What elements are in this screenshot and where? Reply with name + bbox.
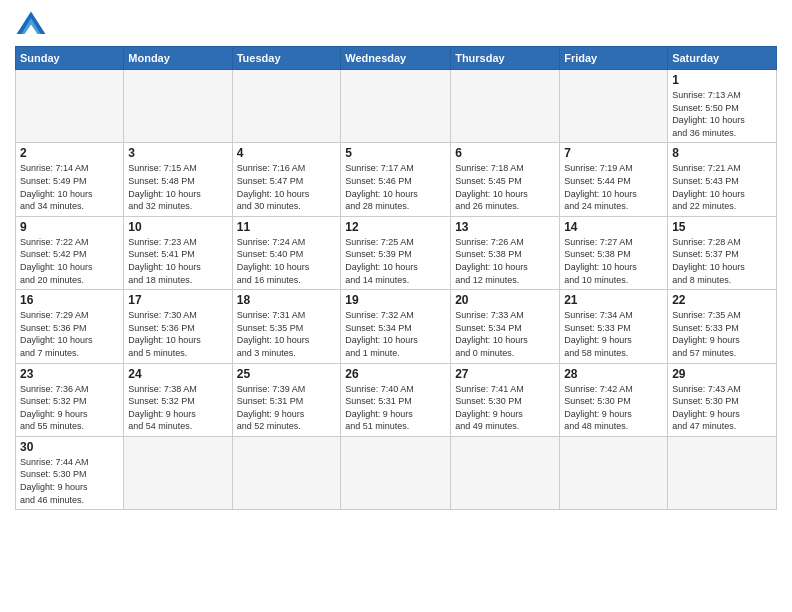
calendar-day-cell: [16, 70, 124, 143]
day-number: 18: [237, 293, 337, 307]
calendar-day-cell: 21Sunrise: 7:34 AMSunset: 5:33 PMDayligh…: [560, 290, 668, 363]
day-number: 12: [345, 220, 446, 234]
logo: [15, 10, 51, 38]
day-number: 17: [128, 293, 227, 307]
day-info: Sunrise: 7:27 AMSunset: 5:38 PMDaylight:…: [564, 236, 663, 286]
calendar-day-cell: 2Sunrise: 7:14 AMSunset: 5:49 PMDaylight…: [16, 143, 124, 216]
weekday-header-cell: Wednesday: [341, 47, 451, 70]
header: [15, 10, 777, 38]
day-info: Sunrise: 7:18 AMSunset: 5:45 PMDaylight:…: [455, 162, 555, 212]
day-info: Sunrise: 7:17 AMSunset: 5:46 PMDaylight:…: [345, 162, 446, 212]
calendar-day-cell: 1Sunrise: 7:13 AMSunset: 5:50 PMDaylight…: [668, 70, 777, 143]
day-info: Sunrise: 7:36 AMSunset: 5:32 PMDaylight:…: [20, 383, 119, 433]
calendar-day-cell: 25Sunrise: 7:39 AMSunset: 5:31 PMDayligh…: [232, 363, 341, 436]
calendar-day-cell: 28Sunrise: 7:42 AMSunset: 5:30 PMDayligh…: [560, 363, 668, 436]
calendar-day-cell: 23Sunrise: 7:36 AMSunset: 5:32 PMDayligh…: [16, 363, 124, 436]
day-info: Sunrise: 7:24 AMSunset: 5:40 PMDaylight:…: [237, 236, 337, 286]
calendar-day-cell: 7Sunrise: 7:19 AMSunset: 5:44 PMDaylight…: [560, 143, 668, 216]
day-number: 16: [20, 293, 119, 307]
day-info: Sunrise: 7:39 AMSunset: 5:31 PMDaylight:…: [237, 383, 337, 433]
calendar-day-cell: [560, 436, 668, 509]
calendar-day-cell: 22Sunrise: 7:35 AMSunset: 5:33 PMDayligh…: [668, 290, 777, 363]
calendar-week-row: 9Sunrise: 7:22 AMSunset: 5:42 PMDaylight…: [16, 216, 777, 289]
weekday-header-cell: Sunday: [16, 47, 124, 70]
day-info: Sunrise: 7:14 AMSunset: 5:49 PMDaylight:…: [20, 162, 119, 212]
day-info: Sunrise: 7:44 AMSunset: 5:30 PMDaylight:…: [20, 456, 119, 506]
page: SundayMondayTuesdayWednesdayThursdayFrid…: [0, 0, 792, 612]
day-number: 2: [20, 146, 119, 160]
day-number: 15: [672, 220, 772, 234]
day-info: Sunrise: 7:29 AMSunset: 5:36 PMDaylight:…: [20, 309, 119, 359]
calendar-day-cell: 18Sunrise: 7:31 AMSunset: 5:35 PMDayligh…: [232, 290, 341, 363]
day-number: 9: [20, 220, 119, 234]
calendar-day-cell: 14Sunrise: 7:27 AMSunset: 5:38 PMDayligh…: [560, 216, 668, 289]
day-number: 10: [128, 220, 227, 234]
calendar-day-cell: 8Sunrise: 7:21 AMSunset: 5:43 PMDaylight…: [668, 143, 777, 216]
day-info: Sunrise: 7:25 AMSunset: 5:39 PMDaylight:…: [345, 236, 446, 286]
day-info: Sunrise: 7:34 AMSunset: 5:33 PMDaylight:…: [564, 309, 663, 359]
day-number: 21: [564, 293, 663, 307]
calendar-table: SundayMondayTuesdayWednesdayThursdayFrid…: [15, 46, 777, 510]
calendar-day-cell: 10Sunrise: 7:23 AMSunset: 5:41 PMDayligh…: [124, 216, 232, 289]
calendar-day-cell: 15Sunrise: 7:28 AMSunset: 5:37 PMDayligh…: [668, 216, 777, 289]
calendar-day-cell: [668, 436, 777, 509]
calendar-day-cell: [451, 70, 560, 143]
day-info: Sunrise: 7:16 AMSunset: 5:47 PMDaylight:…: [237, 162, 337, 212]
calendar-day-cell: [124, 436, 232, 509]
day-number: 11: [237, 220, 337, 234]
day-number: 6: [455, 146, 555, 160]
day-info: Sunrise: 7:30 AMSunset: 5:36 PMDaylight:…: [128, 309, 227, 359]
weekday-header-cell: Friday: [560, 47, 668, 70]
day-number: 28: [564, 367, 663, 381]
calendar-day-cell: 26Sunrise: 7:40 AMSunset: 5:31 PMDayligh…: [341, 363, 451, 436]
calendar-day-cell: 19Sunrise: 7:32 AMSunset: 5:34 PMDayligh…: [341, 290, 451, 363]
day-number: 19: [345, 293, 446, 307]
day-info: Sunrise: 7:15 AMSunset: 5:48 PMDaylight:…: [128, 162, 227, 212]
calendar-day-cell: 29Sunrise: 7:43 AMSunset: 5:30 PMDayligh…: [668, 363, 777, 436]
logo-icon: [15, 10, 47, 38]
calendar-day-cell: [560, 70, 668, 143]
day-info: Sunrise: 7:21 AMSunset: 5:43 PMDaylight:…: [672, 162, 772, 212]
weekday-header-row: SundayMondayTuesdayWednesdayThursdayFrid…: [16, 47, 777, 70]
day-number: 22: [672, 293, 772, 307]
calendar-day-cell: 27Sunrise: 7:41 AMSunset: 5:30 PMDayligh…: [451, 363, 560, 436]
day-number: 13: [455, 220, 555, 234]
day-number: 20: [455, 293, 555, 307]
calendar-day-cell: [232, 436, 341, 509]
calendar-day-cell: 24Sunrise: 7:38 AMSunset: 5:32 PMDayligh…: [124, 363, 232, 436]
calendar-day-cell: 4Sunrise: 7:16 AMSunset: 5:47 PMDaylight…: [232, 143, 341, 216]
calendar-day-cell: 5Sunrise: 7:17 AMSunset: 5:46 PMDaylight…: [341, 143, 451, 216]
day-number: 5: [345, 146, 446, 160]
calendar-day-cell: 3Sunrise: 7:15 AMSunset: 5:48 PMDaylight…: [124, 143, 232, 216]
day-info: Sunrise: 7:33 AMSunset: 5:34 PMDaylight:…: [455, 309, 555, 359]
day-info: Sunrise: 7:38 AMSunset: 5:32 PMDaylight:…: [128, 383, 227, 433]
day-number: 23: [20, 367, 119, 381]
calendar-day-cell: [232, 70, 341, 143]
day-info: Sunrise: 7:31 AMSunset: 5:35 PMDaylight:…: [237, 309, 337, 359]
day-number: 8: [672, 146, 772, 160]
weekday-header-cell: Tuesday: [232, 47, 341, 70]
day-number: 24: [128, 367, 227, 381]
day-info: Sunrise: 7:13 AMSunset: 5:50 PMDaylight:…: [672, 89, 772, 139]
day-number: 7: [564, 146, 663, 160]
weekday-header-cell: Thursday: [451, 47, 560, 70]
calendar-week-row: 30Sunrise: 7:44 AMSunset: 5:30 PMDayligh…: [16, 436, 777, 509]
day-info: Sunrise: 7:42 AMSunset: 5:30 PMDaylight:…: [564, 383, 663, 433]
calendar-day-cell: 9Sunrise: 7:22 AMSunset: 5:42 PMDaylight…: [16, 216, 124, 289]
calendar-day-cell: [341, 70, 451, 143]
day-number: 4: [237, 146, 337, 160]
calendar-week-row: 1Sunrise: 7:13 AMSunset: 5:50 PMDaylight…: [16, 70, 777, 143]
calendar-week-row: 16Sunrise: 7:29 AMSunset: 5:36 PMDayligh…: [16, 290, 777, 363]
calendar-day-cell: 17Sunrise: 7:30 AMSunset: 5:36 PMDayligh…: [124, 290, 232, 363]
day-number: 25: [237, 367, 337, 381]
calendar-day-cell: [451, 436, 560, 509]
calendar-week-row: 23Sunrise: 7:36 AMSunset: 5:32 PMDayligh…: [16, 363, 777, 436]
day-number: 1: [672, 73, 772, 87]
calendar-day-cell: 6Sunrise: 7:18 AMSunset: 5:45 PMDaylight…: [451, 143, 560, 216]
day-info: Sunrise: 7:43 AMSunset: 5:30 PMDaylight:…: [672, 383, 772, 433]
calendar-day-cell: 11Sunrise: 7:24 AMSunset: 5:40 PMDayligh…: [232, 216, 341, 289]
calendar-day-cell: [341, 436, 451, 509]
day-info: Sunrise: 7:26 AMSunset: 5:38 PMDaylight:…: [455, 236, 555, 286]
calendar-body: 1Sunrise: 7:13 AMSunset: 5:50 PMDaylight…: [16, 70, 777, 510]
day-number: 3: [128, 146, 227, 160]
